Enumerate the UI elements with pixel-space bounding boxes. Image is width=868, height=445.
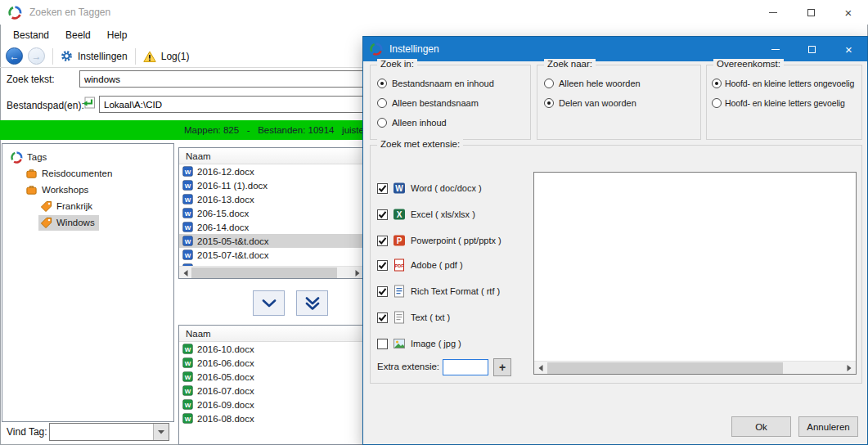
tree-item-windows[interactable]: Windows [2,214,173,231]
radio-alleen-inhoud[interactable]: Alleen inhoud [377,118,447,128]
file-row-selected[interactable]: 2015-05-t&t.docx [179,234,363,248]
find-tag-combobox[interactable] [49,423,169,441]
file-name: 2016-09.docx [197,400,254,410]
option-label: Alleen bestandsnaam [392,98,479,108]
file-row[interactable]: 2016-10.docx [179,342,363,356]
file-row[interactable]: 2016-05.docx [179,370,363,384]
checkbox-text[interactable] [377,312,388,323]
main-minimize-button[interactable] [754,1,792,25]
folder-arrow-icon[interactable] [81,96,96,110]
tree-item-tags[interactable]: Tags [2,149,173,165]
tagged-doc-icon [182,371,193,382]
column-header-label: Naam [186,151,211,161]
find-tag-input[interactable] [50,424,153,440]
results-column-header[interactable]: Naam [179,148,363,164]
extension-rtf[interactable]: Rich Text Format ( rtf ) [377,285,500,298]
extra-extension-input[interactable] [443,359,488,375]
word-doc-icon [182,249,193,260]
radio-bestandsnaam-en-inhoud[interactable]: Bestandsnaam en inhoud [377,79,494,88]
checkbox-word[interactable] [377,183,388,194]
extension-adobe[interactable]: Adobe ( pdf ) [377,258,463,272]
triangle-left-icon [537,364,544,372]
file-row[interactable]: 2016-08.docx [179,411,363,425]
scroll-left-button[interactable] [534,362,547,375]
radio-delen-van-woorden[interactable]: Delen van woorden [544,98,636,108]
menu-beeld[interactable]: Beeld [57,26,99,44]
dialog-minimize-button[interactable] [757,37,794,61]
tree-item-frankrijk[interactable]: Frankrijk [2,198,173,214]
menu-bestand[interactable]: Bestand [5,26,57,44]
tree-item-workshops[interactable]: Workshops [2,182,173,198]
option-label: Alleen inhoud [392,118,447,128]
close-icon: × [845,6,852,20]
file-row[interactable]: 2016-13.docx [179,192,363,206]
extension-word[interactable]: Word ( doc/docx ) [377,182,482,195]
combo-dropdown-button[interactable] [153,424,169,440]
menu-help[interactable]: Help [99,26,136,44]
scrollbar-thumb[interactable] [191,267,337,278]
file-row[interactable]: 2016-09.docx [179,398,363,411]
extension-image[interactable]: Image ( jpg ) [377,337,461,350]
extension-excel[interactable]: Excel ( xls/xlsx ) [377,208,475,221]
checkbox-image[interactable] [377,339,388,349]
extension-powerpoint[interactable]: Powerpoint ( ppt/pptx ) [377,234,501,247]
group-overeenkomst-label: Overeenkomst: [713,59,784,69]
extension-text[interactable]: Text ( txt ) [377,311,450,324]
ok-button[interactable]: Ok [731,416,791,437]
word-doc-icon [182,194,193,205]
radio-icon [712,79,722,88]
tagged-column-header[interactable]: Naam [179,326,363,342]
tree-item-label: Frankrijk [56,201,92,211]
extension-label: Word ( doc/docx ) [411,183,482,193]
cancel-button[interactable]: Annuleren [798,416,858,437]
move-down-button[interactable] [253,290,285,316]
scroll-right-button[interactable] [351,267,363,279]
file-name: 2016-08.docx [197,414,254,424]
file-row[interactable]: 2016-07.docx [179,384,363,398]
file-name: 2016-07.docx [197,386,254,396]
dialog-titlebar: Instellingen × [363,37,867,61]
radio-hoofdletters-ongevoelig[interactable]: Hoofd- en kleine letters ongevoelig [712,79,854,88]
file-row[interactable]: 2016-06.docx [179,356,363,370]
group-overeenkomst: Overeenkomst: Hoofd- en kleine letters o… [706,65,862,140]
triangle-right-icon [846,364,852,372]
forward-button[interactable]: → [28,47,45,65]
settings-toolbar-button[interactable]: Instellingen [78,51,128,62]
checkbox-excel[interactable] [377,209,388,220]
radio-alleen-bestandsnaam[interactable]: Alleen bestandsnaam [377,98,479,108]
radio-alleen-hele-woorden[interactable]: Alleen hele woorden [544,79,641,88]
checkbox-adobe[interactable] [377,260,388,271]
scroll-right-button[interactable] [843,362,856,375]
checkbox-powerpoint[interactable] [377,236,388,246]
file-row[interactable]: 206-14.docx [179,220,363,234]
main-close-button[interactable]: × [830,1,867,25]
file-row[interactable]: 206-15.docx [179,206,363,220]
extension-listbox[interactable] [533,172,857,375]
back-button[interactable]: ← [6,47,23,65]
file-name: 2016-10.docx [197,344,254,354]
file-row[interactable]: 2016-12.docx [179,164,363,178]
dialog-close-button[interactable]: × [830,37,867,61]
log-toolbar-button[interactable]: Log(1) [161,51,190,62]
tree-item-reisdocumenten[interactable]: Reisdocumenten [2,165,173,182]
move-all-down-button[interactable] [296,290,328,316]
tagged-doc-icon [182,413,193,424]
scroll-left-button[interactable] [179,267,191,279]
checkbox-rtf[interactable] [377,286,388,297]
option-label: Delen van woorden [559,98,636,108]
add-extension-button[interactable]: + [493,358,511,376]
file-row[interactable]: 2015-07-t&t.docx [179,248,363,262]
file-path-label: Bestandspad(en): [7,100,84,111]
forward-arrow-icon: → [32,51,42,62]
horizontal-scrollbar[interactable] [179,266,363,278]
main-maximize-button[interactable] [792,1,830,25]
radio-hoofdletters-gevoelig[interactable]: Hoofd- en kleine letters gevoelig [712,98,845,108]
word-doc-icon [182,166,193,177]
listbox-horizontal-scrollbar[interactable] [534,361,856,374]
extension-label: Rich Text Format ( rtf ) [411,286,500,296]
scrollbar-thumb[interactable] [547,362,783,374]
file-row[interactable]: 2016-11 (1).docx [179,178,363,192]
back-arrow-icon: ← [10,51,20,62]
group-zoek-in-label: Zoek in: [377,59,417,69]
dialog-maximize-button[interactable] [794,37,830,61]
